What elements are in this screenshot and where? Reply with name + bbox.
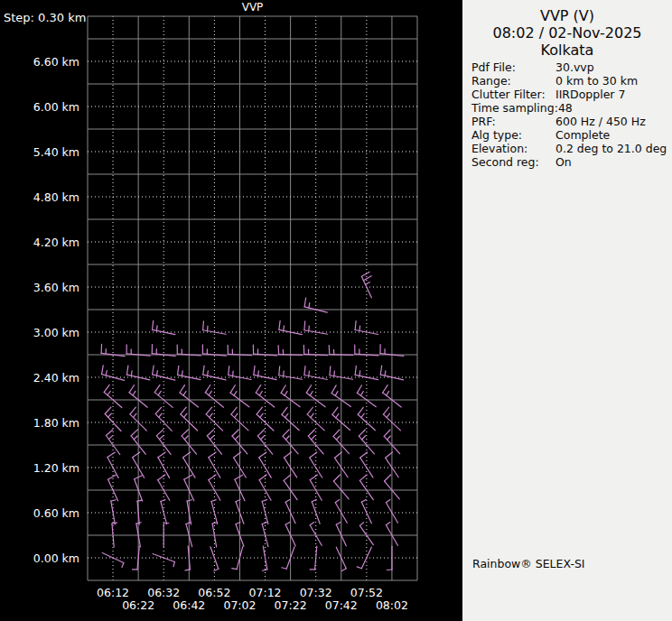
- info-field-row: Time sampling:48: [471, 101, 670, 115]
- x-axis-label: 06:42: [173, 599, 205, 612]
- info-fields: Pdf File:30.vvpRange:0 km to 30 kmClutte…: [471, 60, 670, 169]
- info-field-label: Clutter Filter:: [471, 88, 555, 101]
- info-field-row: Range:0 km to 30 km: [471, 74, 670, 88]
- info-field-value: 600 Hz / 450 Hz: [555, 115, 646, 128]
- product-datetime: 08:02 / 02-Nov-2025: [462, 24, 672, 42]
- plot-region: Step: 0.30 km VVP 6.60 km6.00 km5.40 km4…: [0, 0, 462, 621]
- x-axis-label: 06:32: [147, 587, 180, 599]
- y-axis-label: 0.60 km: [0, 506, 79, 520]
- info-field-row: Elevation:0.2 deg to 21.0 deg: [471, 142, 670, 155]
- info-field-row: Clutter Filter:IIRDoppler 7: [471, 88, 670, 101]
- x-axis-label: 06:22: [122, 599, 154, 612]
- info-panel: VVP (V) 08:02 / 02-Nov-2025 Kolkata Pdf …: [462, 0, 672, 621]
- info-field-row: Second reg:On: [471, 155, 670, 169]
- info-field-value: On: [555, 155, 572, 169]
- info-field-label: Pdf File:: [471, 60, 555, 74]
- info-field-row: PRF:600 Hz / 450 Hz: [471, 115, 670, 128]
- y-axis-label: 6.00 km: [0, 100, 79, 114]
- info-field-value: 48: [558, 101, 573, 115]
- y-axis-label: 4.80 km: [0, 190, 79, 204]
- y-axis-label: 4.20 km: [0, 236, 79, 249]
- y-axis-label: 1.20 km: [0, 461, 79, 475]
- info-field-row: Pdf File:30.vvp: [471, 60, 670, 74]
- info-field-value: 0 km to 30 km: [555, 74, 638, 88]
- y-axis-label: 3.00 km: [0, 326, 79, 339]
- x-axis-label: 07:22: [275, 599, 307, 612]
- info-field-label: Range:: [471, 74, 555, 88]
- info-field-label: Second reg:: [471, 155, 555, 169]
- product-title: VVP (V): [462, 7, 672, 24]
- x-axis-label: 06:52: [198, 587, 230, 599]
- vvp-product-display: Step: 0.30 km VVP 6.60 km6.00 km5.40 km4…: [0, 0, 672, 621]
- x-axis-label: 08:02: [376, 599, 408, 612]
- info-field-label: PRF:: [471, 115, 555, 128]
- info-field-label: Time sampling:: [471, 101, 558, 115]
- info-field-value: Complete: [555, 128, 610, 142]
- x-axis-label: 06:12: [97, 587, 129, 599]
- y-axis-label: 5.40 km: [0, 145, 79, 159]
- info-field-value: 30.vvp: [555, 60, 594, 74]
- x-axis-label: 07:42: [325, 599, 358, 612]
- info-field-label: Elevation:: [471, 142, 555, 155]
- panel-title-block: VVP (V) 08:02 / 02-Nov-2025 Kolkata: [462, 0, 672, 59]
- y-axis-label: 6.60 km: [0, 55, 79, 69]
- info-field-row: Alg type:Complete: [471, 128, 670, 142]
- x-axis-label: 07:02: [223, 599, 256, 612]
- y-axis-label: 1.80 km: [0, 416, 79, 430]
- info-field-value: 0.2 deg to 21.0 deg: [555, 142, 667, 155]
- wind-profile-chart: [0, 0, 462, 621]
- brand-footer: Rainbow® SELEX-SI: [472, 558, 585, 570]
- y-axis-label: 0.00 km: [0, 551, 79, 565]
- x-axis-label: 07:12: [249, 587, 282, 599]
- y-axis-label: 2.40 km: [0, 371, 79, 385]
- info-field-label: Alg type:: [471, 128, 555, 142]
- x-axis-label: 07:32: [300, 587, 332, 599]
- station-name: Kolkata: [462, 42, 672, 59]
- y-axis-label: 3.60 km: [0, 281, 79, 294]
- x-axis-label: 07:52: [350, 587, 383, 599]
- info-field-value: IIRDoppler 7: [555, 88, 625, 101]
